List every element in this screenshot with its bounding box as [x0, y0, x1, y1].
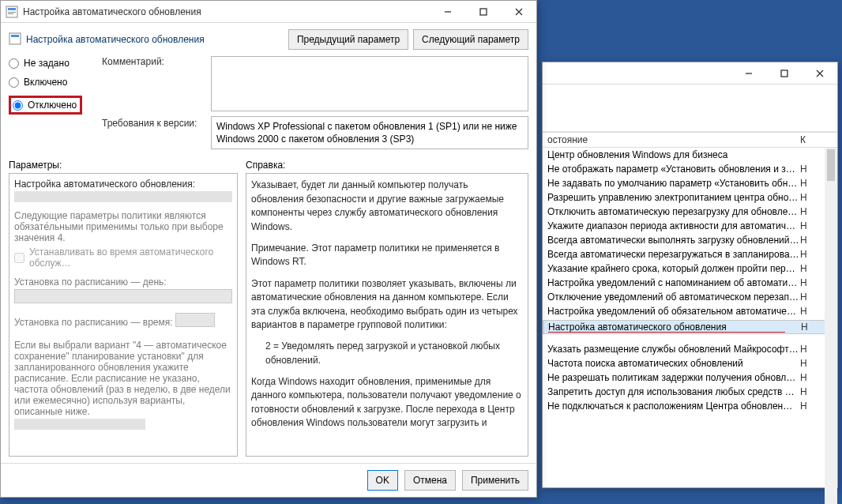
params-note: Следующие параметры политики являются об…	[14, 210, 232, 243]
policy-state: Н	[800, 386, 814, 397]
policy-name: Всегда автоматически выполнять загрузку …	[547, 235, 800, 246]
policy-state: Н	[801, 322, 815, 333]
dialog-footer: OK Отмена Применить	[1, 463, 536, 497]
params-day-select[interactable]	[14, 289, 232, 303]
policy-list-row[interactable]: Всегда автоматически перезагружаться в з…	[543, 247, 837, 261]
close-button[interactable]	[501, 1, 536, 23]
policy-list-row[interactable]: Отключение уведомлений об автоматическом…	[543, 290, 837, 304]
policy-state: Н	[800, 263, 814, 274]
params-dropdown-1[interactable]	[14, 191, 232, 202]
policy-state: Н	[800, 178, 814, 189]
help-paragraph: 2 = Уведомлять перед загрузкой и установ…	[251, 340, 523, 367]
policy-state: Н	[800, 291, 814, 303]
next-setting-button[interactable]: Следующий параметр	[413, 29, 528, 50]
requirements-text: Windows XP Professional с пакетом обновл…	[211, 116, 528, 149]
policy-state: Н	[800, 372, 814, 383]
policy-state: Н	[800, 206, 814, 217]
policy-name: Настройка автоматического обновления	[548, 322, 801, 333]
params-day-label: Установка по расписанию — день:	[14, 276, 232, 288]
policy-list-row[interactable]: Настройка уведомлений об обязательном ав…	[543, 304, 837, 318]
minimize-button[interactable]	[430, 1, 465, 23]
list-columns-header[interactable]: остояние К	[543, 132, 837, 148]
policy-list-row[interactable]: Не задавать по умолчанию параметр «Устан…	[543, 176, 837, 190]
list-titlebar[interactable]	[543, 62, 837, 85]
help-paragraph: Указывает, будет ли данный компьютер пол…	[251, 179, 523, 234]
help-label: Справка:	[246, 157, 528, 173]
subtitle-icon	[9, 32, 21, 47]
svg-rect-4	[8, 13, 13, 14]
params-heading: Настройка автоматического обновления:	[14, 179, 232, 190]
policy-name: Разрешить управлению электропитанием цен…	[547, 192, 800, 203]
policy-list-row[interactable]: Указание крайнего срока, который должен …	[543, 261, 837, 276]
dialog-icon	[6, 6, 18, 18]
policy-list-row[interactable]: Разрешить управлению электропитанием цен…	[543, 190, 837, 205]
radio-disabled[interactable]: Отключено	[13, 100, 77, 111]
policy-list-row[interactable]: Указать размещение службы обновлений Май…	[543, 342, 837, 356]
policy-name: Не отображать параметр «Установить обнов…	[547, 164, 800, 175]
col-header-k[interactable]: К	[800, 134, 806, 145]
policy-list-row[interactable]: Запретить доступ для использования любых…	[543, 385, 837, 399]
maximize-button[interactable]	[465, 1, 501, 23]
cancel-button[interactable]: Отмена	[404, 470, 456, 491]
radio-enabled[interactable]: Включено	[9, 77, 96, 88]
svg-rect-5	[480, 9, 487, 15]
close-button[interactable]	[802, 62, 837, 85]
params-dropdown-2[interactable]	[14, 419, 145, 430]
policy-name: Указать размещение службы обновлений Май…	[547, 344, 800, 355]
policy-list-row[interactable]: Отключить автоматическую перезагрузку дл…	[543, 205, 837, 219]
policy-name: Не разрешать политикам задержки получени…	[547, 372, 800, 383]
params-tail: Если вы выбрали вариант "4 — автоматичес…	[14, 340, 232, 417]
policy-state: Н	[800, 235, 814, 246]
policy-list-row[interactable]: Частота поиска автоматических обновлений…	[543, 356, 837, 370]
policy-state: Н	[800, 358, 814, 369]
policy-name: Указание крайнего срока, который должен …	[547, 263, 800, 274]
radio-disabled-highlight: Отключено	[9, 96, 82, 115]
params-time-select[interactable]	[175, 313, 215, 327]
radio-not-configured[interactable]: Не задано	[9, 58, 96, 69]
policy-state: Н	[800, 220, 814, 231]
policy-name: Отключение уведомлений об автоматическом…	[547, 291, 800, 303]
policy-list[interactable]: Центр обновления Windows для бизнесаНе о…	[543, 148, 837, 504]
parameters-panel: Настройка автоматического обновления: Сл…	[9, 173, 238, 457]
col-header-state[interactable]: остояние	[547, 134, 800, 145]
params-checkbox[interactable]: Устанавливать во время автоматического о…	[14, 246, 232, 269]
policy-name: Всегда автоматически перезагружаться в з…	[547, 249, 800, 260]
comment-label: Комментарий:	[102, 56, 205, 67]
policy-list-row[interactable]: Центр обновления Windows для бизнеса	[543, 148, 837, 162]
prev-setting-button[interactable]: Предыдущий параметр	[288, 29, 408, 50]
policy-state: Н	[800, 401, 814, 412]
vertical-scrollbar[interactable]	[825, 148, 837, 504]
help-paragraph: Этот параметр политики позволяет указыва…	[251, 277, 523, 333]
list-toolbar-area	[543, 85, 837, 132]
policy-list-row[interactable]: Всегда автоматически выполнять загрузку …	[543, 233, 837, 247]
policy-list-row[interactable]: Настройка уведомлений с напоминанием об …	[543, 276, 837, 290]
maximize-button[interactable]	[766, 62, 802, 85]
policy-list-row[interactable]: Укажите диапазон периода активности для …	[543, 219, 837, 233]
policy-state: Н	[800, 344, 814, 355]
policy-name: Частота поиска автоматических обновлений	[547, 358, 800, 369]
policy-name: Настройка уведомлений с напоминанием об …	[547, 277, 800, 288]
policy-list-row[interactable]: Не отображать параметр «Установить обнов…	[543, 162, 837, 176]
policy-name: Запретить доступ для использования любых…	[547, 386, 800, 397]
comment-textarea[interactable]	[211, 56, 528, 111]
policy-list-window: остояние К Центр обновления Windows для …	[542, 62, 838, 488]
policy-name: Центр обновления Windows для бизнеса	[547, 149, 800, 160]
policy-state: Н	[800, 306, 814, 317]
policy-name: Не задавать по умолчанию параметр «Устан…	[547, 178, 800, 189]
dialog-title: Настройка автоматического обновления	[23, 6, 201, 17]
policy-state: Н	[800, 249, 814, 260]
help-panel[interactable]: Указывает, будет ли данный компьютер пол…	[246, 173, 528, 457]
policy-list-row[interactable]: Не подключаться к расположениям Центра о…	[543, 399, 837, 413]
ok-button[interactable]: OK	[367, 470, 398, 491]
minimize-button[interactable]	[731, 62, 766, 85]
help-paragraph: Когда Windows находит обновления, примен…	[251, 375, 523, 431]
svg-rect-3	[8, 12, 16, 13]
policy-list-row[interactable]: Настройка автоматического обновленияН	[543, 320, 837, 334]
dialog-titlebar[interactable]: Настройка автоматического обновления	[1, 1, 536, 23]
policy-name: Отключить автоматическую перезагрузку дл…	[547, 206, 800, 217]
dialog-subtitle: Настройка автоматического обновления	[26, 34, 205, 45]
params-time-label: Установка по расписанию — время:	[14, 318, 173, 329]
policy-state: Н	[800, 277, 814, 288]
policy-list-row[interactable]: Не разрешать политикам задержки получени…	[543, 370, 837, 385]
apply-button[interactable]: Применить	[462, 470, 528, 491]
